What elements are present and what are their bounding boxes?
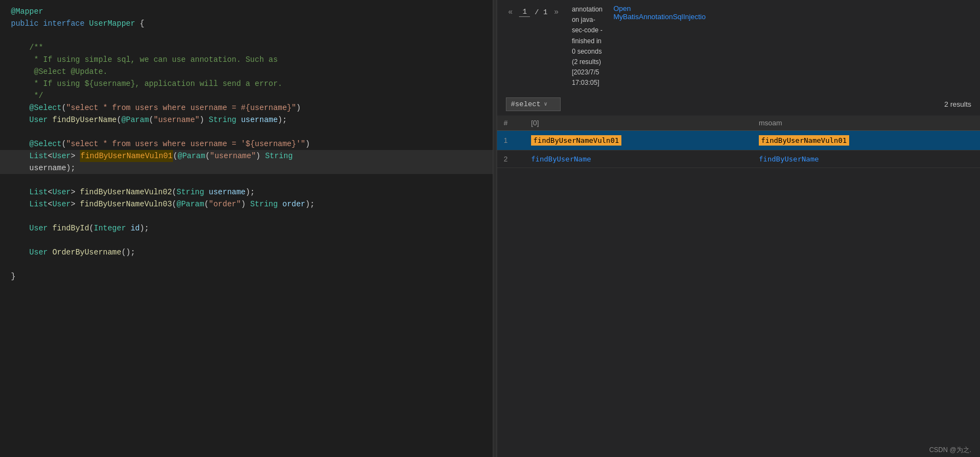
code-line: /** xyxy=(0,42,493,54)
code-line xyxy=(0,210,493,222)
cell-col0: findByUserName xyxy=(524,151,752,167)
code-panel: @Mapperpublic interface UserMapper { /**… xyxy=(0,0,493,457)
code-line: @Select("select * from users where usern… xyxy=(0,138,493,150)
prev-page-button[interactable]: « xyxy=(506,7,515,18)
annotation-info: annotationon java-sec-code -finished in0… xyxy=(572,4,602,89)
table-row[interactable]: 2findByUserNamefindByUserName xyxy=(497,151,980,168)
code-line: public interface UserMapper { xyxy=(0,18,493,30)
code-line: } xyxy=(0,270,493,282)
code-line: * If using simple sql, we can use annota… xyxy=(0,54,493,66)
pagination: « 1 / 1 » xyxy=(506,7,561,18)
footer: CSDN @为之. xyxy=(497,443,980,457)
right-panel: « 1 / 1 » annotationon java-sec-code -fi… xyxy=(497,0,980,457)
table-header: # [0] msoam xyxy=(497,115,980,131)
page-separator: / xyxy=(534,8,539,16)
current-page: 1 xyxy=(519,8,530,17)
code-line: * If using ${username}, application will… xyxy=(0,78,493,90)
panel-divider xyxy=(493,0,497,457)
code-line: @Select("select * from users where usern… xyxy=(0,102,493,114)
next-page-button[interactable]: » xyxy=(552,7,561,18)
cell-col1: findByUserNameVuln01 xyxy=(752,131,980,150)
code-line xyxy=(0,174,493,186)
footer-credit: CSDN @为之. xyxy=(929,446,971,455)
total-pages: 1 xyxy=(543,8,547,16)
code-line xyxy=(0,126,493,138)
search-bar: #select ∨ 2 results xyxy=(497,95,980,115)
code-line xyxy=(0,234,493,246)
code-line: User findById(Integer id); xyxy=(0,222,493,234)
cell-col1: findByUserName xyxy=(752,151,980,167)
code-line: List<User> findByUserNameVuln03(@Param("… xyxy=(0,198,493,210)
top-info-area: « 1 / 1 » annotationon java-sec-code -fi… xyxy=(497,0,980,95)
code-line: List<User> findByUserNameVuln01(@Param("… xyxy=(0,150,493,162)
cell-row-num: 1 xyxy=(497,131,524,150)
code-line xyxy=(0,258,493,270)
code-line: User OrderByUsername(); xyxy=(0,246,493,258)
code-line: username); xyxy=(0,162,493,174)
code-line: List<User> findByUserNameVuln02(String u… xyxy=(0,186,493,198)
results-table: # [0] msoam 1findByUserNameVuln01findByU… xyxy=(497,115,980,444)
code-line: */ xyxy=(0,90,493,102)
col-header-msoam: msoam xyxy=(752,115,980,130)
code-line: @Mapper xyxy=(0,5,493,18)
dropdown-arrow-icon: ∨ xyxy=(544,101,547,107)
results-count: 2 results xyxy=(944,100,971,108)
table-row[interactable]: 1findByUserNameVuln01findByUserNameVuln0… xyxy=(497,131,980,151)
dropdown-value: #select xyxy=(511,100,541,108)
cell-col0: findByUserNameVuln01 xyxy=(524,131,752,150)
code-line: User findByUserName(@Param("username") S… xyxy=(0,114,493,126)
col-header-0: [0] xyxy=(524,115,752,130)
col-header-num: # xyxy=(497,115,524,130)
cell-row-num: 2 xyxy=(497,151,524,167)
open-link[interactable]: OpenMyBatisAnnotationSqlInjectio xyxy=(614,4,706,21)
code-line: @Select @Update. xyxy=(0,66,493,78)
code-line xyxy=(0,30,493,42)
filter-dropdown[interactable]: #select ∨ xyxy=(506,97,561,111)
